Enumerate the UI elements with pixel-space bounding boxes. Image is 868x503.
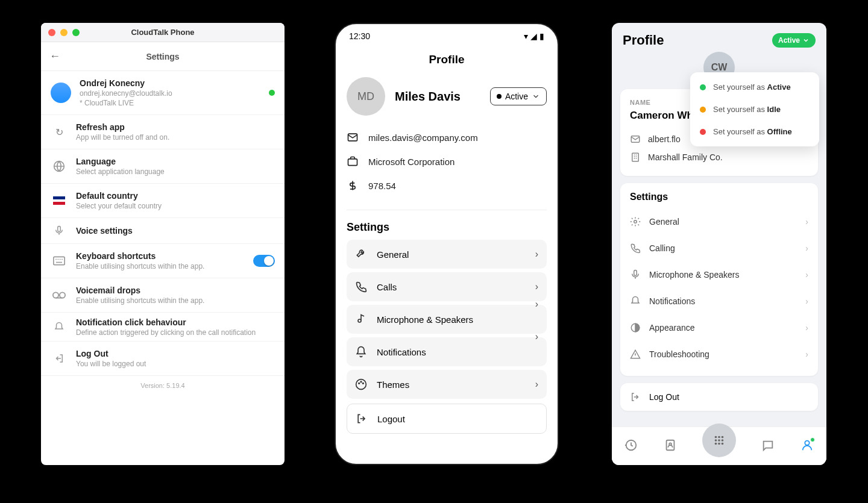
contrast-icon (630, 322, 641, 333)
page-title: Profile (336, 48, 558, 77)
themes-row[interactable]: Themes› (347, 370, 547, 399)
status-dot-icon (810, 437, 815, 442)
svg-point-22 (715, 439, 717, 442)
status-badge[interactable]: Active (772, 33, 816, 48)
default-country-row[interactable]: Default countrySelect your default count… (41, 184, 285, 218)
general-row[interactable]: General› (630, 208, 808, 235)
clock: 12:30 (349, 31, 370, 41)
globe-icon (51, 160, 68, 172)
user-avatar (51, 83, 71, 103)
profile-tab[interactable] (800, 439, 814, 454)
balance-item: 978.54 (347, 173, 547, 198)
bell-icon (51, 322, 68, 333)
status-idle-option[interactable]: Set yourself as Idle (694, 98, 816, 120)
chevron-right-icon: › (805, 296, 808, 306)
status-dropdown: Set yourself as Active Set yourself as I… (690, 72, 819, 146)
troubleshooting-row[interactable]: Troubleshooting› (630, 341, 808, 367)
gear-icon (630, 216, 641, 227)
svg-point-20 (718, 436, 720, 438)
history-tab[interactable] (624, 439, 638, 454)
svg-rect-1 (58, 227, 61, 232)
keyboard-icon (51, 256, 68, 266)
language-row[interactable]: LanguageSelect application language (41, 149, 285, 184)
bottom-nav (612, 426, 826, 465)
svg-point-13 (634, 220, 637, 223)
uk-flag-icon (51, 196, 68, 205)
back-arrow-icon[interactable]: ← (49, 50, 60, 63)
calls-row[interactable]: Calls› (347, 272, 547, 301)
appearance-row[interactable]: Appearance› (630, 314, 808, 341)
voice-settings-row[interactable]: Voice settings (41, 218, 285, 244)
svg-point-24 (722, 439, 724, 442)
contacts-tab[interactable] (664, 439, 677, 454)
company-item: Marshall Family Co. (630, 148, 808, 166)
version-text: Version: 5.19.4 (41, 376, 285, 395)
close-icon[interactable] (48, 29, 55, 36)
dollar-icon (347, 180, 359, 192)
minimize-icon[interactable] (60, 29, 68, 36)
user-name: Ondrej Konecny (80, 78, 269, 88)
bell-icon (355, 346, 367, 358)
svg-point-21 (722, 436, 724, 438)
chevron-right-icon: › (805, 349, 808, 359)
page-title: Profile (623, 33, 664, 48)
wifi-icon: ▾ (524, 31, 528, 41)
dialpad-button[interactable] (702, 423, 736, 457)
maximize-icon[interactable] (72, 29, 80, 36)
notifications-row[interactable]: Notifications› (630, 288, 808, 314)
calling-row[interactable]: Calling› (630, 235, 808, 261)
refresh-app-row[interactable]: ↻ Refresh appApp will be turned off and … (41, 115, 285, 149)
status-selector[interactable]: Active (490, 87, 547, 105)
page-title: Settings (146, 52, 179, 61)
notifications-row[interactable]: Notifications› (347, 337, 547, 366)
microphone-icon (630, 269, 641, 280)
logout-icon (356, 413, 368, 425)
phone-icon (355, 281, 367, 293)
briefcase-icon (347, 155, 359, 167)
status-dot-icon (269, 90, 275, 96)
dialpad-icon (712, 434, 726, 447)
microphone-row[interactable]: Microphone & Speakers› (630, 261, 808, 288)
wrench-icon (355, 248, 367, 260)
window-title: CloudTalk Phone (131, 28, 194, 37)
chevron-right-icon: › (805, 243, 808, 253)
profile-name: Miles Davis (395, 90, 480, 104)
logout-icon (51, 353, 68, 364)
microphone-icon (51, 225, 68, 236)
svg-point-25 (715, 442, 717, 445)
svg-point-4 (60, 292, 65, 298)
desktop-settings-window: CloudTalk Phone ← Settings Ondrej Konecn… (41, 23, 285, 465)
titlebar: CloudTalk Phone (41, 23, 285, 42)
messages-tab[interactable] (761, 439, 775, 454)
bell-icon (630, 296, 641, 307)
chevron-down-icon (802, 37, 810, 44)
microphone-row[interactable]: Microphone & Speakers› (347, 305, 547, 334)
keyboard-shortcuts-row[interactable]: Keyboard shortcutsEnable utilising short… (41, 244, 285, 278)
voicemail-drops-row[interactable]: Voicemail dropsEnable utilising shortcut… (41, 278, 285, 313)
user-row[interactable]: Ondrej Konecny ondrej.konecny@cloudtalk.… (41, 71, 285, 115)
logout-row[interactable]: Log OutYou will be logged out (41, 342, 285, 376)
svg-point-28 (805, 440, 809, 445)
palette-icon (355, 378, 367, 390)
general-row[interactable]: General› (347, 240, 547, 269)
status-offline-option[interactable]: Set yourself as Offline (694, 120, 816, 143)
settings-header: ← Settings (41, 42, 285, 71)
notification-behaviour-row[interactable]: Notification click behaviourDefine actio… (41, 313, 285, 342)
chat-icon (761, 439, 775, 452)
profile-panel: Profile Active CW NAME Cameron Wh albert… (612, 23, 826, 465)
green-dot-icon (700, 84, 706, 90)
svg-rect-6 (348, 159, 357, 166)
mail-icon (630, 134, 641, 145)
refresh-icon: ↻ (51, 127, 68, 138)
shortcuts-toggle[interactable] (253, 255, 275, 267)
mail-icon (347, 131, 359, 143)
status-active-option[interactable]: Set yourself as Active (694, 76, 816, 98)
signal-icon: ◢ (530, 31, 537, 41)
logout-button[interactable]: Log Out (620, 383, 818, 411)
phone-icon (630, 243, 641, 254)
logout-button[interactable]: Logout (347, 404, 547, 434)
svg-rect-14 (634, 270, 637, 276)
contacts-icon (664, 439, 677, 452)
svg-point-23 (718, 439, 720, 442)
svg-rect-12 (632, 153, 639, 161)
